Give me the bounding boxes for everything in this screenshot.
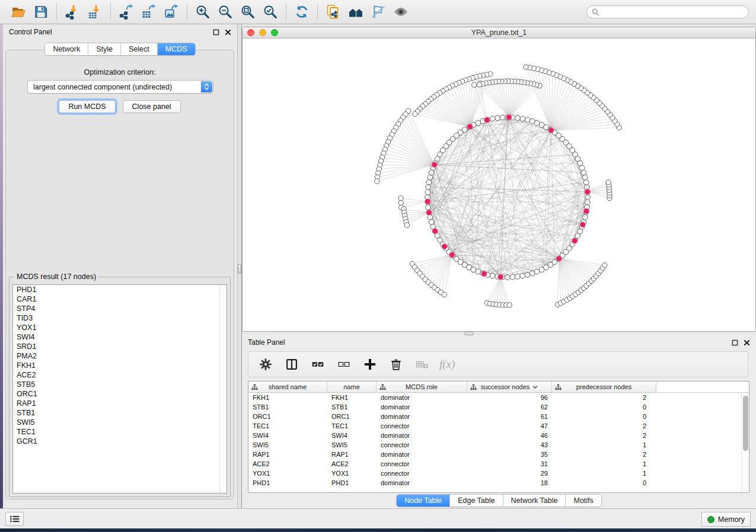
cell-shared-name[interactable]: ACE2: [248, 460, 327, 467]
network-node[interactable]: [515, 274, 521, 280]
export-network-button[interactable]: [115, 2, 138, 21]
duplicate-network-button[interactable]: [322, 2, 344, 21]
network-node[interactable]: [582, 214, 588, 220]
home-button[interactable]: [344, 2, 367, 21]
network-node[interactable]: [524, 65, 528, 69]
network-node[interactable]: [525, 272, 530, 277]
column-header-successor-nodes[interactable]: successor nodes: [467, 382, 552, 392]
mcds-node-item[interactable]: STP4: [13, 304, 227, 313]
cell-successor-nodes[interactable]: 96: [467, 394, 552, 401]
cell-name[interactable]: RAP1: [327, 451, 377, 458]
mcds-node-item[interactable]: YOX1: [13, 323, 227, 332]
tab-edge-table[interactable]: Edge Table: [449, 495, 502, 507]
network-node[interactable]: [442, 292, 446, 297]
network-node[interactable]: [476, 269, 481, 274]
float-panel-icon[interactable]: [213, 29, 219, 36]
mcds-hub-node[interactable]: [442, 243, 448, 249]
network-node[interactable]: [507, 303, 512, 307]
network-node[interactable]: [413, 111, 417, 116]
cell-predecessor-nodes[interactable]: 0: [552, 413, 656, 420]
table-row[interactable]: TEC1TEC1connector472: [248, 421, 749, 431]
tab-style[interactable]: Style: [88, 43, 120, 55]
cell-predecessor-nodes[interactable]: 2: [552, 451, 656, 458]
mcds-result-list[interactable]: PHD1CAR1STP4TID3YOX1SWI4SRD1PMA2FKH1ACE2…: [12, 284, 227, 493]
show-columns-button[interactable]: [283, 355, 301, 373]
mcds-node-item[interactable]: GCR1: [13, 437, 227, 446]
mcds-hub-node[interactable]: [467, 124, 473, 130]
mcds-node-item[interactable]: FKH1: [13, 361, 227, 370]
zoom-selected-button[interactable]: [259, 2, 282, 21]
table-scrollbar-thumb[interactable]: [743, 396, 748, 451]
show-details-button[interactable]: [390, 2, 412, 21]
network-node[interactable]: [534, 120, 540, 126]
network-node[interactable]: [477, 82, 481, 87]
mcds-node-item[interactable]: SRD1: [13, 342, 227, 351]
mcds-hub-node[interactable]: [432, 162, 438, 168]
select-all-rows-button[interactable]: [309, 355, 327, 373]
cell-name[interactable]: SWI4: [327, 432, 377, 439]
cell-predecessor-nodes[interactable]: 2: [552, 432, 656, 439]
cell-predecessor-nodes[interactable]: 2: [552, 394, 656, 401]
cell-shared-name[interactable]: RAP1: [248, 451, 327, 458]
criterion-dropdown[interactable]: largest connected component (undirected): [27, 80, 213, 94]
save-session-button[interactable]: [30, 2, 52, 21]
network-node[interactable]: [398, 196, 403, 200]
column-header-shared-name[interactable]: shared name: [248, 382, 327, 392]
cell-successor-nodes[interactable]: 18: [467, 479, 552, 486]
cell-predecessor-nodes[interactable]: 0: [552, 403, 656, 411]
cell-name[interactable]: FKH1: [327, 394, 377, 401]
close-table-panel-icon[interactable]: [744, 339, 750, 346]
mcds-node-item[interactable]: TID3: [13, 313, 227, 323]
network-node[interactable]: [529, 271, 535, 276]
import-network-button[interactable]: [61, 2, 84, 21]
zoom-out-button[interactable]: [214, 2, 237, 21]
cell-shared-name[interactable]: SWI4: [248, 432, 327, 439]
memory-button[interactable]: Memory: [701, 512, 751, 527]
cell-successor-nodes[interactable]: 29: [467, 470, 552, 477]
zoom-fit-button[interactable]: [237, 2, 259, 21]
mcds-node-item[interactable]: ACE2: [13, 370, 227, 380]
tab-node-table[interactable]: Node Table: [397, 495, 449, 507]
mcds-hub-node[interactable]: [548, 127, 554, 133]
network-node[interactable]: [428, 175, 433, 180]
cell-name[interactable]: SWI5: [327, 441, 377, 448]
horizontal-splitter-handle[interactable]: [464, 332, 474, 335]
add-column-button[interactable]: [361, 355, 379, 373]
table-row[interactable]: FKH1FKH1dominator962: [248, 393, 749, 402]
mcds-node-item[interactable]: TEC1: [13, 427, 227, 437]
network-node[interactable]: [429, 219, 434, 225]
cell-MCDS-role[interactable]: connector: [377, 422, 467, 430]
cell-shared-name[interactable]: SWI5: [248, 441, 327, 448]
mcds-node-item[interactable]: SWI5: [13, 418, 227, 427]
network-node[interactable]: [404, 223, 409, 227]
export-table-button[interactable]: [138, 2, 160, 21]
mcds-hub-node[interactable]: [449, 252, 455, 258]
network-node[interactable]: [426, 185, 431, 190]
table-row[interactable]: ACE2ACE2connector311: [248, 459, 749, 469]
network-node[interactable]: [529, 118, 535, 124]
float-table-panel-icon[interactable]: [732, 339, 738, 346]
deselect-all-rows-button[interactable]: [335, 355, 353, 373]
cell-predecessor-nodes[interactable]: 1: [552, 470, 656, 477]
search-box[interactable]: [586, 5, 749, 18]
table-row[interactable]: STB1STB1dominator620: [248, 402, 749, 412]
cell-shared-name[interactable]: PHD1: [248, 479, 327, 486]
network-node[interactable]: [500, 115, 505, 120]
network-canvas[interactable]: [243, 39, 756, 332]
cell-successor-nodes[interactable]: 62: [467, 403, 552, 411]
cell-name[interactable]: ORC1: [327, 413, 377, 420]
cell-MCDS-role[interactable]: connector: [377, 460, 467, 467]
cell-MCDS-role[interactable]: dominator: [377, 432, 467, 439]
cell-shared-name[interactable]: YOX1: [248, 470, 327, 477]
mcds-node-item[interactable]: STB5: [13, 380, 227, 389]
mcds-hub-node[interactable]: [585, 189, 591, 195]
cell-MCDS-role[interactable]: connector: [377, 441, 467, 448]
tab-mcds[interactable]: MCDS: [157, 43, 195, 55]
mcds-node-item[interactable]: PMA2: [13, 351, 227, 361]
mcds-hub-node[interactable]: [583, 209, 589, 214]
cell-name[interactable]: TEC1: [327, 422, 377, 430]
network-node[interactable]: [602, 263, 607, 268]
mcds-node-item[interactable]: ORC1: [13, 389, 227, 399]
export-image-button[interactable]: [160, 2, 183, 21]
network-node[interactable]: [398, 200, 403, 205]
